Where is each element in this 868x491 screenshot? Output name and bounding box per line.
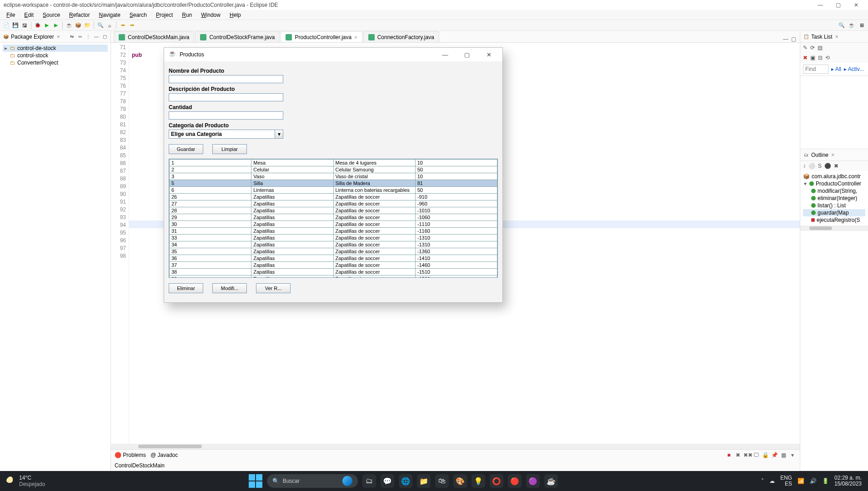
perspective-java-icon[interactable]: ☕	[848, 22, 855, 29]
save-icon[interactable]: 💾	[12, 22, 19, 29]
link-editor-icon[interactable]: ⇔	[77, 34, 83, 40]
refresh-icon[interactable]: ⟳	[810, 45, 815, 51]
sort-icon[interactable]: ↕	[803, 163, 806, 169]
remove-terminated-icon[interactable]: ✖	[734, 452, 742, 458]
table-row[interactable]: 6LinternasLinterna con baterias recargab…	[170, 187, 497, 194]
table-row[interactable]: 31ZapatillasZapatillas de soccer-1160	[170, 228, 497, 235]
editor-tab[interactable]: ConnectionFactory.java	[363, 31, 439, 42]
outline-method[interactable]: modificar(String,	[803, 187, 865, 195]
new-class-icon[interactable]: 📦	[75, 22, 82, 29]
table-row[interactable]: 33ZapatillasZapatillas de soccer-1310	[170, 235, 497, 241]
java-app-icon[interactable]: ☕	[544, 474, 558, 488]
hide-static-icon[interactable]: S	[818, 163, 822, 169]
combo-category[interactable]: Elige una Categoría ▾	[169, 130, 283, 139]
focus-icon[interactable]: ✖	[803, 55, 808, 61]
menu-search[interactable]: Search	[126, 11, 151, 19]
search-icon[interactable]: 🔍	[97, 22, 104, 29]
open-type-icon[interactable]: ⌕	[106, 22, 113, 29]
close-icon[interactable]: ✕	[848, 2, 864, 8]
table-row[interactable]: 30ZapatillasZapatillas de soccer-1110	[170, 221, 497, 228]
menu-run[interactable]: Run	[178, 11, 196, 19]
coverage-icon[interactable]: ▶	[52, 22, 60, 29]
presentation-icon[interactable]: ▣	[810, 55, 815, 61]
new-console-icon[interactable]: ▾	[789, 452, 796, 458]
tray-chevron-icon[interactable]: ˄	[761, 478, 764, 484]
table-row[interactable]: 28ZapatillasZapatillas de soccer-1010	[170, 207, 497, 214]
perspective-open-icon[interactable]: ⊞	[858, 22, 865, 29]
horizontal-scrollbar[interactable]	[111, 444, 800, 449]
explorer-icon[interactable]: 📁	[417, 474, 431, 488]
menu-refactor[interactable]: Refactor	[65, 11, 93, 19]
maximize-editor-icon[interactable]: ▢	[791, 36, 796, 42]
terminate-icon[interactable]: ■	[725, 452, 733, 458]
copilot-icon[interactable]	[342, 476, 352, 486]
run-icon[interactable]: ▶	[43, 22, 50, 29]
editor-tab[interactable]: ControlDeStockFrame.java	[195, 31, 280, 42]
dialog-maximize-icon[interactable]: ▢	[458, 51, 476, 58]
weather-icon[interactable]	[6, 476, 15, 486]
project-item[interactable]: 🗀ConverterProject	[3, 59, 108, 66]
minimize-icon[interactable]: —	[812, 2, 828, 8]
paint-icon[interactable]: 🎨	[453, 474, 467, 488]
tasklist-all-link[interactable]: ▸ All	[831, 66, 841, 72]
hide-non-public-icon[interactable]: ⚫	[824, 163, 831, 169]
open-console-icon[interactable]: ▦	[780, 452, 787, 458]
debug-icon[interactable]: 🐞	[34, 22, 41, 29]
categorize-icon[interactable]: ▤	[818, 45, 823, 51]
taskview-icon[interactable]: 🗂	[362, 474, 376, 488]
menu-window[interactable]: Window	[197, 11, 224, 19]
menu-file[interactable]: File	[3, 11, 19, 19]
volume-icon[interactable]: 🔊	[810, 478, 817, 484]
new-icon[interactable]: 📄	[3, 22, 10, 29]
table-row[interactable]: 27ZapatillasZapatillas de soccer-960	[170, 200, 497, 207]
table-row[interactable]: 37ZapatillasZapatillas de soccer-1460	[170, 262, 497, 269]
outline-tree[interactable]: 📦com.alura.jdbc.contr▾ProductoController…	[800, 171, 868, 225]
wifi-icon[interactable]: 📶	[798, 478, 804, 484]
dialog-close-icon[interactable]: ✕	[480, 51, 498, 58]
new-package-icon[interactable]: 📁	[84, 22, 91, 29]
collapse-all-icon[interactable]: ⇆	[69, 34, 75, 40]
outline-method[interactable]: listar() : List	[803, 202, 865, 209]
delete-button[interactable]: Eliminar	[169, 283, 203, 293]
input-desc[interactable]	[169, 93, 283, 101]
remove-all-icon[interactable]: ✖✖	[743, 452, 751, 458]
report-button[interactable]: Ver R...	[256, 283, 291, 293]
tasklist-activate-link[interactable]: ▸ Activ...	[844, 66, 864, 72]
chevron-down-icon[interactable]: ▾	[275, 130, 283, 138]
maximize-view-icon[interactable]: ▢	[101, 34, 108, 40]
clock[interactable]: 02:29 a. m.15/08/2023	[834, 475, 862, 487]
taskbar-search[interactable]: 🔍 Buscar	[267, 474, 358, 488]
editor-tab[interactable]: ProductoController.java×	[281, 31, 362, 42]
table-row[interactable]: 34ZapatillasZapatillas de soccer-1310	[170, 241, 497, 248]
dialog-minimize-icon[interactable]: —	[436, 51, 454, 58]
menu-project[interactable]: Project	[152, 11, 176, 19]
modify-button[interactable]: Modifi...	[212, 283, 247, 293]
eclipse-icon[interactable]: 🟣	[526, 474, 540, 488]
input-qty[interactable]	[169, 111, 283, 120]
chrome-icon[interactable]: 🔴	[508, 474, 522, 488]
display-console-icon[interactable]: 🖵	[753, 452, 760, 458]
close-icon[interactable]: ×	[354, 35, 357, 40]
scroll-lock-icon[interactable]: 🔒	[762, 452, 769, 458]
project-tree[interactable]: ▸🗀control-de-stock🗀control-stock🗀Convert…	[0, 43, 110, 68]
close-icon[interactable]: ×	[57, 34, 60, 40]
close-icon[interactable]: ×	[835, 34, 838, 40]
input-name[interactable]	[169, 75, 283, 83]
pin-console-icon[interactable]: 📌	[771, 452, 778, 458]
problems-tab[interactable]: 🛑 Problems	[115, 452, 146, 458]
onedrive-icon[interactable]: ☁	[769, 478, 775, 484]
table-row[interactable]: 39ZapatillasZapatillas de soccer-1560	[170, 276, 497, 278]
project-item[interactable]: 🗀control-stock	[3, 52, 108, 59]
table-row[interactable]: 26ZapatillasZapatillas de soccer-910	[170, 194, 497, 200]
hide-local-icon[interactable]: ✖	[834, 163, 838, 169]
language-indicator[interactable]: ENGES	[780, 475, 792, 487]
quick-access-icon[interactable]: 🔍	[838, 22, 845, 29]
minimize-view-icon[interactable]: —	[93, 34, 100, 40]
table-row[interactable]: 5SillaSilla de Madera81	[170, 180, 497, 187]
javadoc-tab[interactable]: @ Javadoc	[151, 452, 178, 458]
alexa-icon[interactable]: ⭕	[490, 474, 503, 488]
store-icon[interactable]: 🛍	[435, 474, 449, 488]
table-row[interactable]: 29ZapatillasZapatillas de soccer-1060	[170, 214, 497, 221]
table-row[interactable]: 1MesaMesa de 4 lugares10	[170, 160, 497, 166]
tips-icon[interactable]: 💡	[472, 474, 485, 488]
